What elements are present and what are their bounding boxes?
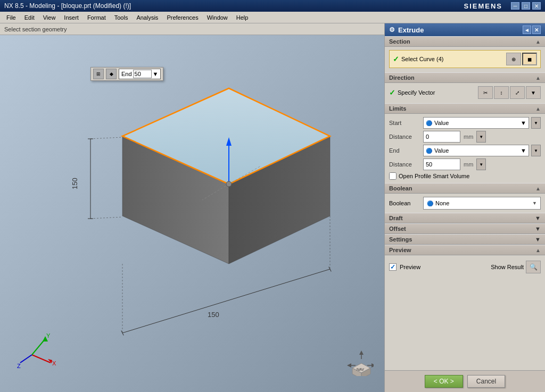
specify-vector-text: Specify Vector [398, 89, 435, 96]
start-type-arrow: ▼ [521, 120, 526, 126]
boolean-type-select[interactable]: 🔵 None ▼ [423, 197, 541, 210]
start-type-value: 🔵 Value [426, 120, 449, 126]
open-profile-label: Open Profile Smart Volume [399, 173, 469, 179]
limits-section-body: Start 🔵 Value ▼ ▼ Distance mm ▼ En [385, 114, 545, 183]
open-profile-row: Open Profile Smart Volume [389, 172, 541, 180]
menu-preferences[interactable]: Preferences [162, 13, 202, 22]
panel-gear-icon: ⚙ [389, 26, 395, 34]
preview-checkbox-container[interactable]: ✓ [389, 263, 397, 271]
direction-section-header[interactable]: Direction ▲ [385, 72, 545, 83]
menu-view[interactable]: View [39, 13, 60, 22]
direction-section-toggle: ▲ [535, 75, 541, 81]
curve-btn-active[interactable]: ◼ [522, 53, 537, 65]
company-logo: SIEMENS [464, 2, 502, 10]
svg-text:X: X [52, 360, 56, 366]
maximize-button[interactable]: □ [522, 2, 530, 10]
end-spinner[interactable]: ▼ [531, 145, 541, 156]
start-distance-input[interactable] [423, 131, 460, 143]
preview-section-body: ✓ Preview Show Result 🔍 [385, 255, 545, 279]
limits-section-header[interactable]: Limits ▲ [385, 103, 545, 114]
panel-close-button[interactable]: ✕ [532, 26, 541, 34]
end-type-icon: 🔵 [426, 148, 432, 154]
menu-insert[interactable]: Insert [60, 13, 83, 22]
curve-btn-intersect[interactable]: ⊕ [506, 53, 521, 65]
vector-btn2[interactable]: ↕ [494, 86, 509, 99]
start-dist-spinner[interactable]: ▼ [476, 131, 486, 143]
svg-line-28 [20, 355, 32, 363]
show-result-button[interactable]: 🔍 [526, 261, 541, 273]
section-section-header[interactable]: Section ▲ [385, 36, 545, 47]
status-message: Select section geometry [4, 26, 67, 32]
cancel-button[interactable]: Cancel [467, 375, 505, 388]
settings-section-header[interactable]: Settings ▼ [385, 234, 545, 245]
coordinate-indicator: X Y Z [16, 328, 59, 371]
viewport[interactable]: 150 150 ⊞ ◆ End ▼ X Y [0, 35, 384, 392]
direction-section-body: ✓ Specify Vector ✂ ↕ ⤢ ▼ [385, 83, 545, 103]
vector-btn1[interactable]: ✂ [478, 86, 493, 99]
minimize-button[interactable]: ─ [511, 2, 519, 10]
svg-marker-37 [347, 363, 351, 368]
panel-title: Extrude [398, 26, 424, 34]
limits-section-toggle: ▲ [535, 106, 541, 112]
start-dist-unit: mm [464, 134, 473, 140]
start-spinner[interactable]: ▼ [531, 117, 541, 129]
draft-section-label: Draft [389, 215, 403, 221]
offset-section-arrow: ▼ [535, 226, 541, 232]
start-type-row: Start 🔵 Value ▼ ▼ [389, 117, 541, 129]
select-curve-label: ✓ Select Curve (4) [393, 55, 443, 63]
vector-buttons: ✂ ↕ ⤢ ▼ [478, 86, 541, 99]
offset-section-header[interactable]: Offset ▼ [385, 223, 545, 234]
section-section-toggle: ▲ [535, 39, 541, 45]
draft-section-header[interactable]: Draft ▼ [385, 213, 545, 223]
end-distance-input[interactable] [423, 159, 460, 170]
end-dropdown-arrow[interactable]: ▼ [153, 71, 159, 77]
vector-btn3[interactable]: ⤢ [510, 86, 525, 99]
section-section-label: Section [389, 38, 410, 45]
preview-row: ✓ Preview Show Result 🔍 [389, 258, 541, 276]
end-type-arrow: ▼ [521, 147, 526, 154]
start-type-select[interactable]: 🔵 Value ▼ [423, 117, 529, 129]
start-type-icon: 🔵 [426, 120, 432, 126]
select-curve-row: ✓ Select Curve (4) ⊕ ◼ [389, 50, 541, 68]
end-dist-label: Distance [389, 161, 421, 168]
close-window-button[interactable]: ✕ [532, 2, 541, 10]
svg-text:Y: Y [46, 332, 51, 339]
end-type-dropdown[interactable]: End ▼ [119, 69, 161, 79]
draft-section-arrow: ▼ [535, 215, 541, 221]
preview-section-toggle: ▲ [535, 247, 541, 253]
open-profile-checkbox[interactable] [389, 172, 397, 180]
window-controls: ─ □ ✕ [511, 2, 541, 10]
menu-window[interactable]: Window [203, 13, 232, 22]
boolean-type-text: None [435, 200, 449, 206]
select-curve-check: ✓ [393, 55, 399, 63]
svg-text:NAV: NAV [357, 368, 364, 371]
menu-help[interactable]: Help [232, 13, 253, 22]
ok-button[interactable]: < OK > [425, 375, 463, 388]
end-dist-spinner[interactable]: ▼ [476, 159, 486, 170]
navigation-cube[interactable]: NAV [347, 349, 374, 376]
title-bar: NX 8.5 - Modeling - [bloque.prt (Modifie… [0, 0, 545, 12]
preview-section-header[interactable]: Preview ▲ [385, 245, 545, 255]
boolean-section-label: Boolean [389, 185, 412, 191]
end-label: End [389, 147, 421, 154]
show-result-container: Show Result 🔍 [491, 261, 541, 273]
svg-marker-39 [371, 363, 374, 368]
settings-section-arrow: ▼ [535, 236, 541, 243]
panel-header: ⚙ Extrude ◄ ✕ [385, 23, 545, 36]
menu-file[interactable]: File [2, 13, 20, 22]
extrude-panel: ⚙ Extrude ◄ ✕ Section ▲ ✓ Select Curve (… [384, 23, 545, 392]
vector-dropdown[interactable]: ▼ [526, 86, 541, 99]
preview-section-label: Preview [389, 247, 411, 253]
end-type-label: End [121, 71, 132, 77]
end-distance-row: Distance mm ▼ [389, 159, 541, 170]
end-type-select[interactable]: 🔵 Value ▼ [423, 145, 529, 156]
menu-tools[interactable]: Tools [110, 13, 133, 22]
menu-format[interactable]: Format [83, 13, 110, 22]
end-value-input[interactable] [133, 70, 152, 78]
menu-edit[interactable]: Edit [20, 13, 39, 22]
select-curve-text: Select Curve (4) [401, 56, 443, 62]
boolean-section-header[interactable]: Boolean ▲ [385, 183, 545, 194]
menu-analysis[interactable]: Analysis [132, 13, 162, 22]
panel-back-button[interactable]: ◄ [523, 26, 531, 34]
floating-end-toolbar[interactable]: ⊞ ◆ End ▼ [90, 67, 163, 81]
